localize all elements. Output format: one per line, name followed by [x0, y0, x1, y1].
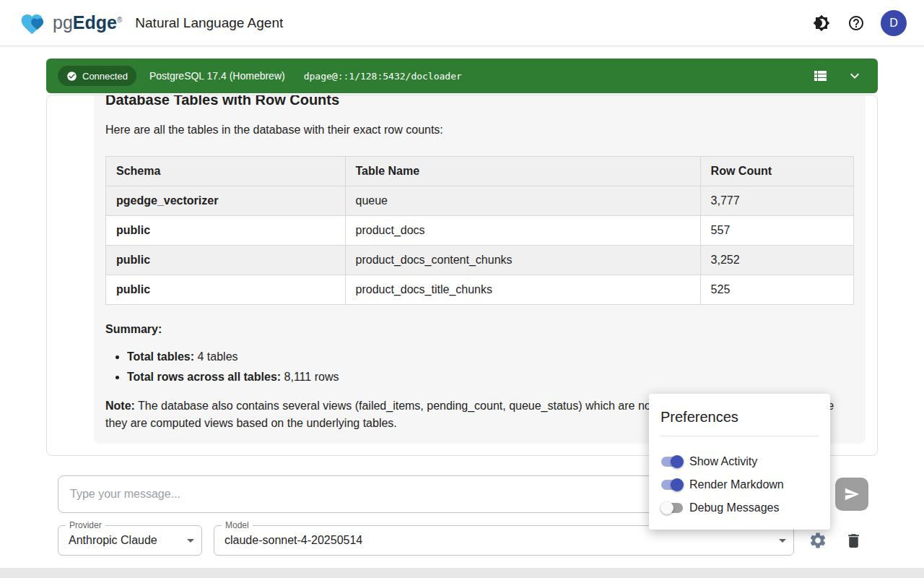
cell-schema: public	[106, 246, 346, 275]
header-actions: D	[807, 9, 907, 38]
server-version-label: PostgreSQL 17.4 (Homebrew)	[149, 70, 285, 82]
provider-select-value: Anthropic Claude	[69, 534, 157, 547]
app-header: pgEdge® Natural Language Agent D	[0, 0, 924, 46]
table-header-row: Schema Table Name Row Count	[106, 157, 854, 186]
cell-row-count: 3,252	[700, 246, 853, 275]
provider-select-label: Provider	[66, 520, 105, 531]
chevron-down-icon	[187, 539, 194, 543]
help-button[interactable]	[842, 9, 871, 38]
clear-chat-button[interactable]	[843, 530, 863, 551]
toggle-render-markdown[interactable]: Render Markdown	[661, 473, 819, 496]
assistant-message-bubble: Database Tables with Row Counts Here are…	[94, 95, 866, 444]
model-select[interactable]: Model claude-sonnet-4-20250514	[214, 525, 794, 556]
send-button[interactable]	[835, 478, 868, 511]
settings-button[interactable]	[808, 530, 828, 551]
user-avatar[interactable]: D	[881, 10, 907, 36]
cell-table-name: product_docs_title_chunks	[345, 275, 700, 305]
chevron-down-icon	[846, 67, 863, 85]
page-bottom-strip	[0, 568, 924, 578]
cell-table-name: product_docs	[345, 216, 700, 246]
gear-icon	[808, 531, 827, 550]
toggle-debug-messages[interactable]: Debug Messages	[661, 496, 819, 519]
pgedge-logo-icon	[17, 10, 49, 36]
message-heading: Database Tables with Row Counts	[105, 95, 854, 110]
message-intro: Here are all the tables in the database …	[105, 121, 854, 139]
preferences-divider	[661, 436, 819, 436]
preferences-popup: Preferences Show Activity Render Markdow…	[649, 394, 830, 530]
connection-string: dpage@::1/128:5432/docloader	[304, 71, 462, 82]
connection-bar: Connected PostgreSQL 17.4 (Homebrew) dpa…	[46, 59, 878, 93]
table-row: public product_docs_content_chunks 3,252	[106, 246, 854, 275]
cell-row-count: 3,777	[700, 186, 853, 216]
summary-list: Total tables: 4 tables Total rows across…	[105, 347, 854, 387]
provider-select[interactable]: Provider Anthropic Claude	[58, 525, 202, 556]
brand-wordmark: pgEdge®	[53, 14, 122, 32]
toggle-label: Show Activity	[689, 455, 757, 468]
table-row: public product_docs_title_chunks 525	[106, 275, 854, 305]
column-header-schema: Schema	[106, 157, 346, 186]
list-icon	[811, 67, 829, 85]
help-icon	[847, 14, 865, 32]
toggle-show-activity[interactable]: Show Activity	[661, 450, 819, 473]
preferences-toggle-list: Show Activity Render Markdown Debug Mess…	[661, 450, 819, 519]
cell-row-count: 525	[700, 275, 853, 305]
pgedge-logo: pgEdge®	[17, 10, 122, 36]
trash-icon	[845, 532, 863, 550]
page-title: Natural Language Agent	[135, 15, 283, 31]
chevron-down-icon	[779, 539, 786, 543]
show-activity-switch[interactable]	[661, 454, 684, 469]
theme-toggle-button[interactable]	[807, 9, 836, 38]
model-select-label: Model	[222, 520, 253, 531]
preferences-title: Preferences	[661, 407, 819, 427]
connection-bar-actions	[808, 64, 866, 87]
column-header-row-count: Row Count	[700, 157, 853, 186]
brightness-icon	[813, 14, 830, 32]
model-select-value: claude-sonnet-4-20250514	[225, 534, 362, 547]
check-circle-icon	[66, 71, 77, 82]
cell-table-name: queue	[345, 186, 700, 216]
debug-messages-switch[interactable]	[661, 501, 684, 515]
toggle-label: Debug Messages	[689, 501, 780, 514]
row-counts-table: Schema Table Name Row Count pgedge_vecto…	[105, 156, 854, 305]
send-icon	[844, 486, 860, 502]
connection-status-label: Connected	[82, 71, 128, 82]
column-header-table-name: Table Name	[345, 157, 700, 186]
summary-item: Total rows across all tables: 8,111 rows	[127, 367, 854, 387]
table-row: pgedge_vectorizer queue 3,777	[106, 186, 854, 216]
cell-schema: public	[106, 216, 346, 246]
toggle-label: Render Markdown	[689, 478, 784, 491]
connection-list-button[interactable]	[808, 64, 832, 87]
summary-item: Total tables: 4 tables	[127, 347, 854, 367]
cell-schema: public	[106, 275, 346, 305]
cell-schema: pgedge_vectorizer	[106, 186, 346, 216]
cell-row-count: 557	[700, 216, 853, 246]
connection-collapse-button[interactable]	[843, 64, 866, 87]
cell-table-name: product_docs_content_chunks	[345, 246, 700, 275]
summary-label: Summary:	[105, 321, 854, 338]
table-row: public product_docs 557	[106, 216, 854, 246]
render-markdown-switch[interactable]	[661, 478, 684, 492]
connection-status-badge: Connected	[58, 66, 136, 86]
